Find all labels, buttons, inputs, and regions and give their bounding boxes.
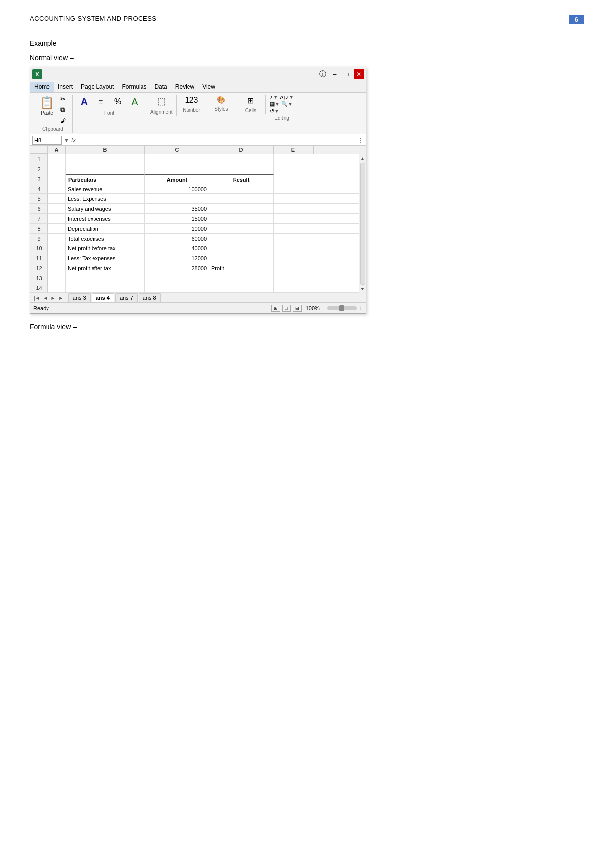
cell-ref-input[interactable]: H8	[32, 136, 62, 145]
cell-b[interactable]: Depreciation	[66, 224, 145, 234]
styles-button[interactable]: 🎨	[214, 95, 229, 105]
sheet-tab-ans8[interactable]: ans 8	[139, 293, 161, 302]
zoom-bar[interactable]	[327, 306, 357, 310]
cell-a[interactable]	[48, 224, 66, 234]
cell-a[interactable]	[48, 243, 66, 253]
cell-d[interactable]	[209, 194, 274, 204]
cell-c[interactable]: 40000	[145, 243, 209, 253]
format-painter-button[interactable]: 🖌	[59, 116, 68, 125]
formula-arrow[interactable]: ▼	[64, 137, 69, 143]
cell-d[interactable]	[209, 204, 274, 214]
cell-b[interactable]	[66, 283, 145, 293]
cell-d[interactable]	[209, 253, 274, 263]
cell-c[interactable]: 10000	[145, 224, 209, 234]
page-layout-icon[interactable]: □	[282, 305, 291, 312]
cell-c[interactable]: 35000	[145, 204, 209, 214]
menu-review[interactable]: Review	[171, 82, 198, 92]
clear-dropdown[interactable]: ▼	[274, 109, 279, 114]
cell-e[interactable]	[274, 184, 313, 194]
cell-a[interactable]	[48, 273, 66, 283]
cell-a[interactable]	[48, 194, 66, 204]
cell-e[interactable]	[274, 194, 313, 204]
cell-e[interactable]	[274, 154, 313, 164]
alignment-button[interactable]: ⬚	[154, 95, 169, 108]
cell-d[interactable]	[209, 283, 274, 293]
cell-c[interactable]: 28000	[145, 263, 209, 273]
sheet-nav-prev[interactable]: ◄	[42, 295, 49, 301]
cell-a[interactable]	[48, 154, 66, 164]
cell-c[interactable]: 12000	[145, 253, 209, 263]
cell-c[interactable]	[145, 273, 209, 283]
fill-dropdown[interactable]: ▼	[275, 102, 279, 107]
right-scrollbar[interactable]: ▲ ▼	[359, 154, 366, 293]
menu-view[interactable]: View	[198, 82, 219, 92]
cell-e[interactable]	[274, 174, 313, 184]
cell-a[interactable]	[48, 174, 66, 184]
zoom-minus-button[interactable]: −	[322, 304, 326, 312]
cell-c[interactable]: 15000	[145, 214, 209, 224]
cell-e[interactable]	[274, 243, 313, 253]
cell-d[interactable]	[209, 243, 274, 253]
cell-e[interactable]	[274, 283, 313, 293]
cell-c[interactable]	[145, 164, 209, 174]
cell-d[interactable]	[209, 164, 274, 174]
cell-e[interactable]	[274, 224, 313, 234]
sort-dropdown[interactable]: ▼	[289, 95, 294, 100]
cell-a[interactable]	[48, 234, 66, 243]
col-header-d[interactable]: D	[209, 146, 274, 154]
col-header-b2[interactable]: B	[66, 146, 145, 154]
page-break-icon[interactable]: ⊟	[293, 305, 302, 312]
cell-e[interactable]	[274, 164, 313, 174]
cell-e[interactable]	[274, 263, 313, 273]
maximize-button[interactable]: □	[342, 69, 352, 79]
cells-button[interactable]: ⊞	[243, 95, 258, 107]
close-button[interactable]: ✕	[354, 69, 364, 79]
align-left-button[interactable]: ≡	[94, 96, 108, 108]
cell-b[interactable]: Net profit before tax	[66, 243, 145, 253]
cell-b[interactable]: Sales revenue	[66, 184, 145, 194]
normal-view-icon[interactable]: ⊞	[271, 305, 280, 312]
styles-a-button[interactable]: A	[127, 95, 142, 109]
menu-formulas[interactable]: Formulas	[118, 82, 150, 92]
cell-a[interactable]	[48, 164, 66, 174]
cell-e[interactable]	[274, 214, 313, 224]
cell-a[interactable]	[48, 184, 66, 194]
cell-c[interactable]: 100000	[145, 184, 209, 194]
cell-b[interactable]: Less: Tax expenses	[66, 253, 145, 263]
cell-b[interactable]: Salary and wages	[66, 204, 145, 214]
copy-button[interactable]: ⧉	[59, 105, 68, 115]
cell-a[interactable]	[48, 214, 66, 224]
cell-a[interactable]	[48, 204, 66, 214]
cut-button[interactable]: ✂	[59, 95, 68, 104]
cell-d[interactable]	[209, 184, 274, 194]
cell-d[interactable]: Profit	[209, 263, 274, 273]
sigma-dropdown[interactable]: ▼	[273, 95, 278, 100]
sheet-nav-next[interactable]: ►	[49, 295, 57, 301]
col-header-a[interactable]: A	[48, 146, 66, 154]
cell-d[interactable]	[209, 273, 274, 283]
cell-c[interactable]: Amount	[145, 174, 209, 184]
cell-b[interactable]: Less: Expenses	[66, 194, 145, 204]
sheet-tab-ans7[interactable]: ans 7	[115, 293, 138, 302]
sheet-nav-first[interactable]: |◄	[32, 295, 42, 301]
formula-expand-icon[interactable]: ⋮	[357, 136, 364, 144]
menu-page-layout[interactable]: Page Layout	[77, 82, 118, 92]
cell-e[interactable]	[274, 234, 313, 243]
col-header-e[interactable]: E	[274, 146, 313, 154]
cell-a[interactable]	[48, 253, 66, 263]
cell-b[interactable]: Particulars	[66, 174, 145, 184]
cell-a[interactable]	[48, 263, 66, 273]
paste-button[interactable]: 📋 Paste	[37, 95, 57, 117]
cell-e[interactable]	[274, 204, 313, 214]
font-button[interactable]: A	[77, 95, 92, 109]
cell-d[interactable]	[209, 234, 274, 243]
cell-c[interactable]	[145, 283, 209, 293]
cell-d[interactable]	[209, 154, 274, 164]
cell-b[interactable]	[66, 164, 145, 174]
scroll-track[interactable]	[360, 163, 365, 285]
cell-b[interactable]: Interest expenses	[66, 214, 145, 224]
cell-d[interactable]	[209, 214, 274, 224]
cell-e[interactable]	[274, 273, 313, 283]
cell-b[interactable]: Total expenses	[66, 234, 145, 243]
sheet-tab-ans3[interactable]: ans 3	[68, 293, 91, 302]
